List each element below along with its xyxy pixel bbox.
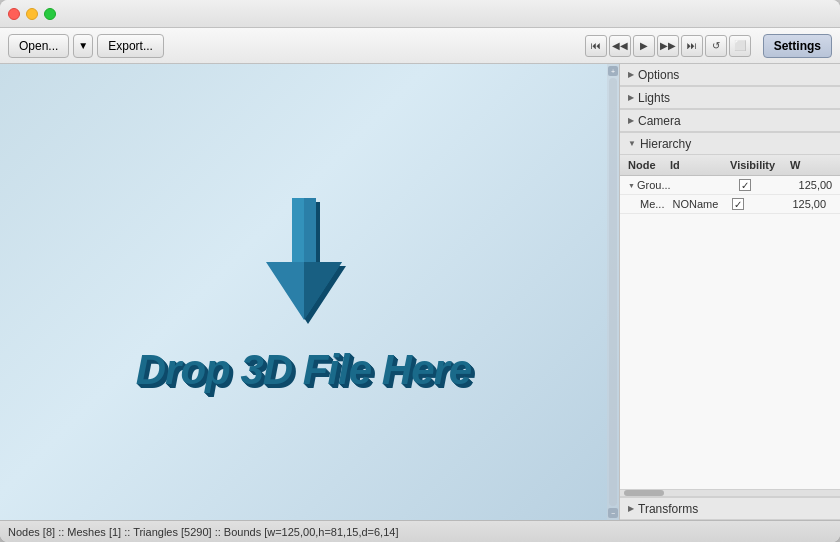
options-section: Options [620, 64, 840, 87]
row2-w: 125,00 [788, 197, 838, 211]
col-id: Id [666, 157, 726, 173]
hierarchy-header[interactable]: Hierarchy [620, 133, 840, 155]
maximize-button[interactable] [44, 8, 56, 20]
play-button[interactable]: ▶ [633, 35, 655, 57]
lights-label: Lights [638, 91, 670, 105]
panel-scrollbar-thumb[interactable] [624, 490, 664, 496]
export-button[interactable]: Export... [97, 34, 164, 58]
options-chevron-icon [628, 70, 634, 79]
row1-w: 125,00 [795, 178, 840, 192]
row1-visibility[interactable] [735, 178, 795, 192]
options-label: Options [638, 68, 679, 82]
svg-marker-2 [292, 198, 304, 262]
transport-controls: ⏮ ◀◀ ▶ ▶▶ ⏭ ↺ ⬜ [585, 35, 751, 57]
traffic-lights [8, 8, 56, 20]
open-label: Open... [19, 39, 58, 53]
table-row[interactable]: Me... NOName 125,00 [620, 195, 840, 214]
open-button[interactable]: Open... [8, 34, 69, 58]
row1-node: Grou... [624, 178, 675, 192]
row2-visibility[interactable] [728, 197, 788, 211]
row1-visibility-checkbox[interactable] [739, 179, 751, 191]
camera-section: Camera [620, 110, 840, 133]
viewport-scrollbar: + − [607, 64, 619, 520]
table-header: Node Id Visibility W [620, 155, 840, 176]
export-label: Export... [108, 39, 153, 53]
titlebar [0, 0, 840, 28]
col-visibility: Visibility [726, 157, 786, 173]
viewport[interactable]: Drop 3D File Here + − [0, 64, 620, 520]
camera-header[interactable]: Camera [620, 110, 840, 132]
row1-id [675, 184, 735, 186]
lights-chevron-icon [628, 93, 634, 102]
drop-text: Drop 3D File Here [136, 346, 471, 394]
table-row[interactable]: Grou... 125,00 [620, 176, 840, 195]
hierarchy-chevron-icon [628, 139, 636, 148]
screen-button[interactable]: ⬜ [729, 35, 751, 57]
row2-node: Me... [636, 197, 668, 211]
transforms-label: Transforms [638, 502, 698, 516]
minimize-button[interactable] [26, 8, 38, 20]
scroll-down-button[interactable]: − [608, 508, 618, 518]
camera-chevron-icon [628, 116, 634, 125]
open-dropdown-button[interactable]: ▼ [73, 34, 93, 58]
col-node: Node [624, 157, 666, 173]
col-w: W [786, 157, 836, 173]
forward-button[interactable]: ▶▶ [657, 35, 679, 57]
transforms-header[interactable]: Transforms [620, 498, 840, 520]
hierarchy-section: Hierarchy Node Id Visibility W Grou... [620, 133, 840, 489]
loop-button[interactable]: ↺ [705, 35, 727, 57]
settings-button[interactable]: Settings [763, 34, 832, 58]
hierarchy-label: Hierarchy [640, 137, 691, 151]
transforms-chevron-icon [628, 504, 634, 513]
camera-label: Camera [638, 114, 681, 128]
transforms-section: Transforms [620, 497, 840, 520]
options-header[interactable]: Options [620, 64, 840, 86]
right-panel: Options Lights Camera [620, 64, 840, 520]
skip-forward-button[interactable]: ⏭ [681, 35, 703, 57]
row2-visibility-checkbox[interactable] [732, 198, 744, 210]
settings-label: Settings [774, 39, 821, 53]
scroll-up-button[interactable]: + [608, 66, 618, 76]
row2-id: NOName [668, 197, 728, 211]
lights-header[interactable]: Lights [620, 87, 840, 109]
statusbar: Nodes [8] :: Meshes [1] :: Triangles [52… [0, 520, 840, 542]
drop-content: Drop 3D File Here [136, 190, 471, 394]
close-button[interactable] [8, 8, 20, 20]
panel-scrollbar[interactable] [620, 489, 840, 497]
skip-back-button[interactable]: ⏮ [585, 35, 607, 57]
arrow-3d-icon [244, 190, 364, 330]
toolbar: Open... ▼ Export... ⏮ ◀◀ ▶ ▶▶ ⏭ ↺ ⬜ Sett… [0, 28, 840, 64]
lights-section: Lights [620, 87, 840, 110]
main-area: Drop 3D File Here + − Options [0, 64, 840, 520]
back-button[interactable]: ◀◀ [609, 35, 631, 57]
hierarchy-table: Node Id Visibility W Grou... [620, 155, 840, 489]
scroll-track[interactable] [609, 78, 617, 506]
app-window: Open... ▼ Export... ⏮ ◀◀ ▶ ▶▶ ⏭ ↺ ⬜ Sett… [0, 0, 840, 542]
row1-expand-icon[interactable] [628, 182, 635, 189]
status-text: Nodes [8] :: Meshes [1] :: Triangles [52… [8, 526, 398, 538]
